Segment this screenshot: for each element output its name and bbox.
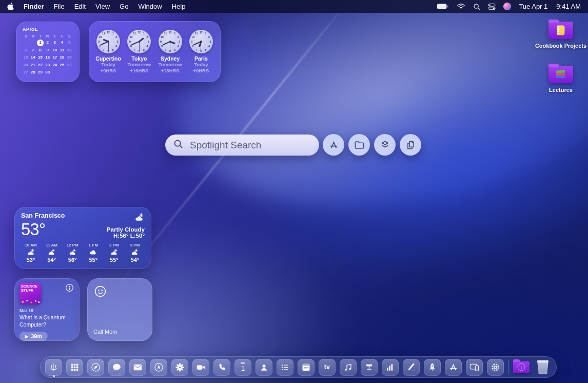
clock-offset-label: +18HRS (161, 68, 180, 73)
dock-app-finder[interactable] (45, 359, 62, 376)
control-center-icon[interactable] (488, 3, 496, 10)
dock-app-mail[interactable] (129, 359, 146, 376)
weather-widget[interactable]: San Francisco 53° Partly Cloudy H:56° L:… (14, 207, 151, 269)
hour-label: 1 PM (88, 243, 98, 247)
menu-bar: FinderFileEditViewGoWindowHelp Tue Apr 1… (0, 0, 588, 13)
dock-app-apps-grid[interactable] (66, 359, 83, 376)
partly-cloudy-icon (110, 247, 119, 257)
menu-time[interactable]: 9:41 AM (556, 3, 581, 10)
dock-app-calendar[interactable]: Tue1 (234, 359, 251, 376)
calendar-day: 2 (44, 39, 51, 47)
partly-cloudy-icon (130, 247, 139, 257)
menu-date[interactable]: Tue Apr 1 (519, 3, 547, 10)
podcast-play-button[interactable]: ▶ 39m (19, 332, 48, 341)
clock-number: 7 (195, 48, 197, 51)
dock-app-safari[interactable] (87, 359, 104, 376)
dock-app-keynote[interactable] (361, 359, 378, 376)
calendar-day (51, 69, 58, 76)
dock-app-maps[interactable] (150, 359, 167, 376)
calendar-weekday: T (51, 34, 58, 39)
notebook-art (557, 26, 565, 35)
calendar-day (29, 39, 36, 47)
quick-button-app-store[interactable] (323, 134, 344, 156)
dock-app-photos[interactable] (171, 359, 188, 376)
desktop-folder-books[interactable]: Lectures (531, 66, 588, 93)
folder-label: Cookbook Projects (535, 43, 586, 49)
weather-condition: Partly Cloudy (107, 226, 145, 233)
calendar-day: 3 (51, 39, 58, 47)
dock-app-phone[interactable] (213, 359, 230, 376)
cloudy-icon (89, 247, 97, 257)
world-clock-widget[interactable]: 123456789101112CupertinoToday+0HRS123456… (89, 21, 221, 82)
menu-item-file[interactable]: File (54, 3, 65, 10)
calendar-day: 27 (22, 69, 29, 76)
menu-item-finder[interactable]: Finder (24, 3, 44, 10)
battery-icon[interactable] (437, 3, 449, 10)
partly-cloudy-icon (27, 247, 35, 257)
weather-hour: 11 AM54° (42, 243, 62, 263)
dock-app-music[interactable] (340, 359, 357, 376)
shortcut-label: Call Mom (93, 329, 146, 335)
dock-trash[interactable] (534, 359, 552, 376)
clock-offset-label: +16HRS (130, 68, 148, 73)
siri-orb (503, 3, 511, 10)
weather-hour: 1 PM55° (84, 243, 103, 263)
dock-app-settings[interactable] (487, 359, 504, 376)
calendar-widget[interactable]: APRIL SMTWTFS123456789101112131415161718… (16, 22, 80, 82)
clock-number: 3 (148, 40, 149, 43)
menu-item-view[interactable]: View (95, 3, 110, 10)
dock-app-facetime[interactable] (192, 359, 209, 376)
dock-downloads-folder[interactable]: ↓ (513, 359, 530, 376)
calendar-month-label: APRIL (23, 27, 73, 32)
dock-app-reminders[interactable] (277, 359, 293, 376)
calendar-day: 23 (44, 62, 51, 69)
shortcut-widget-call-mom[interactable]: Call Mom (87, 278, 152, 341)
partly-cloudy-icon (47, 247, 56, 257)
calendar-day: 1 (36, 39, 44, 47)
menu-item-edit[interactable]: Edit (74, 3, 86, 10)
desktop-folder-notebook[interactable]: Cookbook Projects (531, 22, 588, 49)
siri-icon[interactable] (503, 3, 511, 10)
apple-menu-icon[interactable] (7, 3, 14, 10)
clock-number: 1 (205, 32, 206, 35)
spotlight-search-bar[interactable] (165, 135, 319, 156)
dock-app-launchpad[interactable] (424, 359, 441, 376)
dock-app-notes[interactable] (298, 359, 315, 376)
folder-icon[interactable] (548, 66, 573, 83)
dock-app-contacts[interactable] (256, 359, 272, 376)
clock-number: 10 (130, 35, 133, 39)
spotlight-search-input[interactable] (189, 139, 317, 151)
dock-app-messages[interactable] (108, 359, 125, 376)
podcast-art-line2: STUFF, (21, 289, 37, 293)
menu-item-go[interactable]: Go (120, 3, 128, 10)
dock-app-iphone-mirroring[interactable] (466, 359, 483, 376)
calendar-day (58, 69, 66, 76)
clock-number: 4 (147, 45, 148, 48)
dock-app-tv[interactable]: tv (319, 359, 336, 376)
clock-number: 3 (210, 40, 211, 43)
quick-button-files-folder[interactable] (348, 134, 370, 156)
dock-app-app-store[interactable] (445, 359, 462, 376)
folder-icon[interactable] (548, 22, 573, 39)
search-icon[interactable] (473, 3, 480, 10)
calendar-weekday: S (66, 34, 73, 39)
calendar-day: 11 (58, 47, 66, 54)
calendar-weekday: S (22, 34, 29, 39)
clock-face: 123456789101112 (189, 30, 213, 53)
calendar-day: 4 (58, 39, 66, 47)
calendar-day: 6 (22, 47, 29, 54)
menu-item-help[interactable]: Help (172, 3, 186, 10)
clock-number: 11 (133, 32, 136, 35)
quick-button-shortcuts[interactable] (374, 134, 396, 156)
clock-number: 2 (208, 35, 210, 39)
quick-button-clipboard[interactable] (400, 134, 421, 156)
clock-number: 1 (143, 32, 145, 35)
dock-app-pages[interactable] (403, 359, 420, 376)
clock-day-label: Tomorrow (128, 62, 151, 67)
calendar-weekday: M (29, 34, 36, 39)
menu-item-window[interactable]: Window (138, 3, 162, 10)
calendar-grid: SMTWTFS123456789101112131415161718192021… (22, 34, 73, 76)
wifi-icon[interactable] (457, 3, 465, 10)
dock-app-numbers[interactable] (382, 359, 399, 376)
podcast-widget[interactable]: SCIENCE STUFF, Mar 19 What is a Quantum … (14, 278, 80, 341)
